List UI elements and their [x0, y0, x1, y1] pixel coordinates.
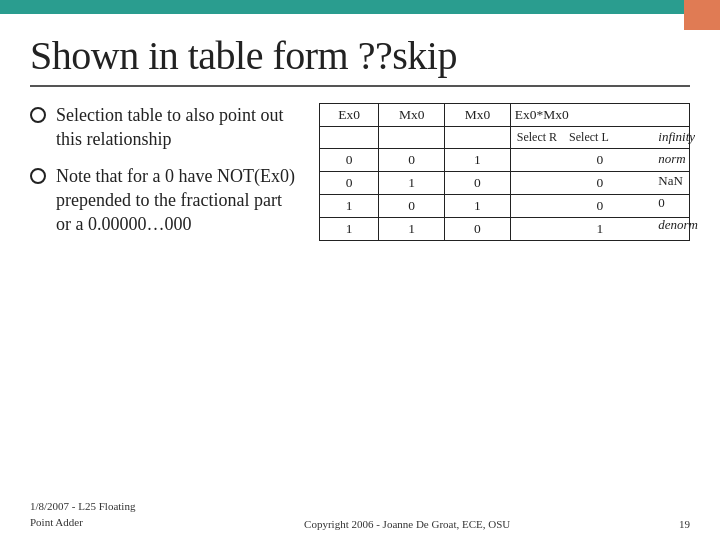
bullet-list: Selection table to also point out this r…	[30, 103, 295, 248]
ann-infinity: infinity	[658, 126, 698, 148]
td-mx0a-0: 0	[379, 149, 445, 172]
ann-denorm: denorm	[658, 214, 698, 236]
ann-infinity-text: infinity	[658, 129, 695, 145]
ann-nan: NaN	[658, 170, 698, 192]
bullet-text-1: Selection table to also point out this r…	[56, 103, 295, 152]
td-ex0-3: 1	[320, 218, 379, 241]
footer: 1/8/2007 - L25 Floating Point Adder Copy…	[30, 499, 690, 530]
main-content: Shown in table form ??skip Selection tab…	[0, 14, 720, 540]
footer-right: 19	[679, 518, 690, 530]
th-ex0: Ex0	[320, 104, 379, 127]
bullet-dot-2	[30, 168, 46, 184]
ann-nan-text: NaN	[658, 173, 683, 189]
top-bar	[0, 0, 720, 14]
th-ex0mx0: Ex0*Mx0	[510, 104, 689, 127]
footer-left-line2: Point Adder	[30, 515, 135, 530]
table-row: 1 1 0 1	[320, 218, 690, 241]
ann-norm: norm	[658, 148, 698, 170]
table-row: 0 0 1 0	[320, 149, 690, 172]
ann-norm-text: norm	[658, 151, 685, 167]
main-row: Selection table to also point out this r…	[30, 103, 690, 248]
td-ex0-0: 0	[320, 149, 379, 172]
table-annotations: infinity norm NaN 0 denorm	[658, 126, 698, 236]
bullet-text-2: Note that for a 0 have NOT(Ex0) prepende…	[56, 164, 295, 237]
footer-left: 1/8/2007 - L25 Floating Point Adder	[30, 499, 135, 530]
td-mx0b-3: 0	[445, 218, 511, 241]
table-header-row-1: Ex0 Mx0 Mx0 Ex0*Mx0	[320, 104, 690, 127]
table-row: 0 1 0 0	[320, 172, 690, 195]
bullet-item-1: Selection table to also point out this r…	[30, 103, 295, 152]
th-empty-1	[320, 127, 379, 149]
th-empty-2	[379, 127, 445, 149]
td-mx0a-2: 0	[379, 195, 445, 218]
ann-zero-text: 0	[658, 195, 665, 211]
bullet-item-2: Note that for a 0 have NOT(Ex0) prepende…	[30, 164, 295, 237]
table-header-row-2: Select R Select L	[320, 127, 690, 149]
th-mx0-b: Mx0	[445, 104, 511, 127]
bullet-dot-1	[30, 107, 46, 123]
footer-left-line1: 1/8/2007 - L25 Floating	[30, 499, 135, 514]
th-mx0-a: Mx0	[379, 104, 445, 127]
table-area: Ex0 Mx0 Mx0 Ex0*Mx0 Select R Select L	[319, 103, 690, 241]
th-empty-3	[445, 127, 511, 149]
td-ex0-1: 0	[320, 172, 379, 195]
selection-table: Ex0 Mx0 Mx0 Ex0*Mx0 Select R Select L	[319, 103, 690, 241]
ann-denorm-text: denorm	[658, 217, 698, 233]
ann-zero: 0	[658, 192, 698, 214]
footer-center: Copyright 2006 - Joanne De Groat, ECE, O…	[304, 518, 510, 530]
title-divider	[30, 85, 690, 87]
td-mx0a-1: 1	[379, 172, 445, 195]
td-mx0b-0: 1	[445, 149, 511, 172]
td-mx0b-2: 1	[445, 195, 511, 218]
table-row: 1 0 1 0	[320, 195, 690, 218]
td-ex0-2: 1	[320, 195, 379, 218]
td-mx0b-1: 0	[445, 172, 511, 195]
table-wrapper: Ex0 Mx0 Mx0 Ex0*Mx0 Select R Select L	[319, 103, 690, 241]
td-mx0a-3: 1	[379, 218, 445, 241]
page-title: Shown in table form ??skip	[30, 32, 690, 79]
